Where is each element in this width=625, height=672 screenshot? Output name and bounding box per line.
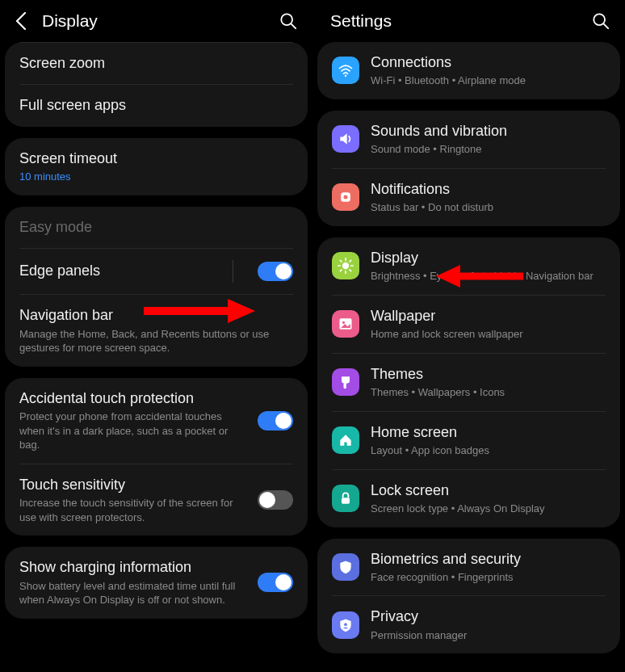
row-body: Easy mode — [19, 218, 293, 237]
row-body: WallpaperHome and lock screen wallpaper — [371, 307, 606, 342]
row-title: Easy mode — [19, 218, 293, 237]
settings-card: DisplayBrightness • Eye comfort shield •… — [317, 237, 620, 527]
row-title: Display — [371, 249, 606, 267]
row-title: Full screen apps — [19, 96, 293, 115]
row-subtitle: Protect your phone from accidental touch… — [19, 410, 245, 452]
sun-icon — [332, 252, 359, 279]
settings-row[interactable]: Full screen apps — [5, 85, 308, 126]
row-subtitle: Layout • App icon badges — [371, 443, 606, 458]
settings-row[interactable]: Sounds and vibrationSound mode • Rington… — [317, 111, 620, 168]
row-title: Accidental touch protection — [19, 389, 245, 408]
settings-card: ConnectionsWi-Fi • Bluetooth • Airplane … — [317, 42, 620, 99]
settings-row[interactable]: Accidental touch protectionProtect your … — [5, 378, 308, 464]
svg-point-9 — [342, 262, 349, 269]
svg-point-21 — [344, 623, 347, 626]
svg-line-16 — [340, 270, 342, 271]
settings-card: Accidental touch protectionProtect your … — [5, 378, 308, 536]
right-header: Settings — [312, 0, 625, 42]
settings-card: Easy modeEdge panelsNavigation barManage… — [5, 207, 308, 367]
row-title: Notifications — [371, 180, 606, 199]
settings-row[interactable]: ConnectionsWi-Fi • Bluetooth • Airplane … — [317, 42, 620, 99]
settings-row[interactable]: Lock screenScreen lock type • Always On … — [317, 470, 620, 527]
toggle[interactable] — [258, 262, 293, 281]
settings-row[interactable]: DisplayBrightness • Eye comfort shield •… — [317, 237, 620, 295]
row-title: Screen timeout — [19, 149, 293, 168]
right-phone: Settings ConnectionsWi-Fi • Bluetooth • … — [312, 0, 625, 672]
shield-icon — [332, 553, 359, 581]
home-icon — [332, 426, 359, 454]
svg-line-14 — [340, 261, 342, 262]
row-title: Edge panels — [19, 262, 233, 280]
right-content: ConnectionsWi-Fi • Bluetooth • Airplane … — [312, 42, 625, 672]
left-phone: Display Screen zoomFull screen appsScree… — [0, 0, 312, 672]
search-icon[interactable] — [591, 11, 610, 31]
row-subtitle: Screen lock type • Always On Display — [371, 502, 606, 516]
search-icon[interactable] — [279, 11, 298, 31]
row-subtitle: Brightness • Eye comfort shield • Naviga… — [371, 269, 606, 284]
row-subtitle: Permission manager — [371, 628, 606, 643]
brush-icon — [332, 368, 359, 396]
row-title: Privacy — [371, 607, 606, 626]
settings-row[interactable]: WallpaperHome and lock screen wallpaper — [317, 296, 620, 353]
lock-icon — [332, 485, 359, 512]
svg-point-8 — [344, 195, 348, 200]
settings-card: Show charging informationShow battery le… — [5, 547, 308, 618]
settings-row[interactable]: Touch sensitivityIncrease the touch sens… — [5, 464, 308, 536]
row-body: Screen zoom — [19, 54, 293, 73]
svg-point-4 — [594, 14, 605, 25]
settings-row[interactable]: PrivacyPermission manager — [317, 596, 620, 653]
row-body: Sounds and vibrationSound mode • Rington… — [371, 122, 606, 157]
svg-point-19 — [342, 321, 345, 324]
settings-row[interactable]: Easy mode — [5, 207, 308, 248]
back-icon[interactable] — [11, 11, 31, 31]
svg-line-17 — [350, 261, 351, 262]
settings-row[interactable]: Biometrics and securityFace recognition … — [317, 539, 620, 596]
row-body: ConnectionsWi-Fi • Bluetooth • Airplane … — [371, 53, 606, 88]
svg-rect-20 — [342, 498, 350, 504]
svg-line-15 — [350, 270, 351, 271]
settings-row[interactable]: Screen zoom — [5, 43, 308, 84]
row-body: Home screenLayout • App icon badges — [371, 423, 606, 458]
svg-line-5 — [604, 24, 609, 28]
page-title: Settings — [330, 11, 591, 31]
sound-icon — [332, 125, 359, 153]
image-icon — [332, 310, 359, 338]
toggle[interactable] — [258, 573, 293, 592]
toggle[interactable] — [258, 411, 293, 430]
settings-row[interactable]: Show charging informationShow battery le… — [5, 547, 308, 618]
settings-card: Screen zoomFull screen apps — [5, 42, 308, 127]
row-title: Screen zoom — [19, 54, 293, 73]
row-title: Navigation bar — [19, 306, 293, 325]
settings-row[interactable]: Screen timeout10 minutes — [5, 138, 308, 195]
row-subtitle: 10 minutes — [19, 170, 293, 184]
settings-row[interactable]: Navigation barManage the Home, Back, and… — [5, 295, 308, 366]
settings-row[interactable]: Home screenLayout • App icon badges — [317, 412, 620, 469]
row-body: Accidental touch protectionProtect your … — [19, 389, 245, 452]
settings-card: Sounds and vibrationSound mode • Rington… — [317, 111, 620, 226]
row-subtitle: Face recognition • Fingerprints — [371, 570, 606, 585]
row-subtitle: Themes • Wallpapers • Icons — [371, 385, 606, 400]
row-body: DisplayBrightness • Eye comfort shield •… — [371, 249, 606, 284]
row-title: Biometrics and security — [371, 550, 606, 569]
row-body: NotificationsStatus bar • Do not disturb — [371, 180, 606, 215]
svg-line-1 — [292, 24, 296, 28]
row-subtitle: Home and lock screen wallpaper — [371, 327, 606, 342]
row-subtitle: Manage the Home, Back, and Recents butto… — [19, 327, 293, 355]
row-subtitle: Show battery level and estimated time un… — [19, 579, 245, 607]
settings-row[interactable]: ThemesThemes • Wallpapers • Icons — [317, 354, 620, 411]
settings-row[interactable]: NotificationsStatus bar • Do not disturb — [317, 169, 620, 226]
row-title: Home screen — [371, 423, 606, 442]
wifi-icon — [332, 57, 359, 84]
settings-row[interactable]: Edge panels — [5, 249, 308, 294]
row-body: Lock screenScreen lock type • Always On … — [371, 481, 606, 516]
settings-card: Biometrics and securityFace recognition … — [317, 539, 620, 654]
toggle[interactable] — [258, 490, 293, 510]
row-title: Wallpaper — [371, 307, 606, 326]
row-body: Navigation barManage the Home, Back, and… — [19, 306, 293, 355]
row-subtitle: Wi-Fi • Bluetooth • Airplane mode — [371, 74, 606, 88]
row-body: Show charging informationShow battery le… — [19, 558, 245, 607]
row-body: Biometrics and securityFace recognition … — [371, 550, 606, 585]
row-title: Lock screen — [371, 481, 606, 500]
svg-point-6 — [345, 75, 347, 78]
row-subtitle: Status bar • Do not disturb — [371, 200, 606, 215]
